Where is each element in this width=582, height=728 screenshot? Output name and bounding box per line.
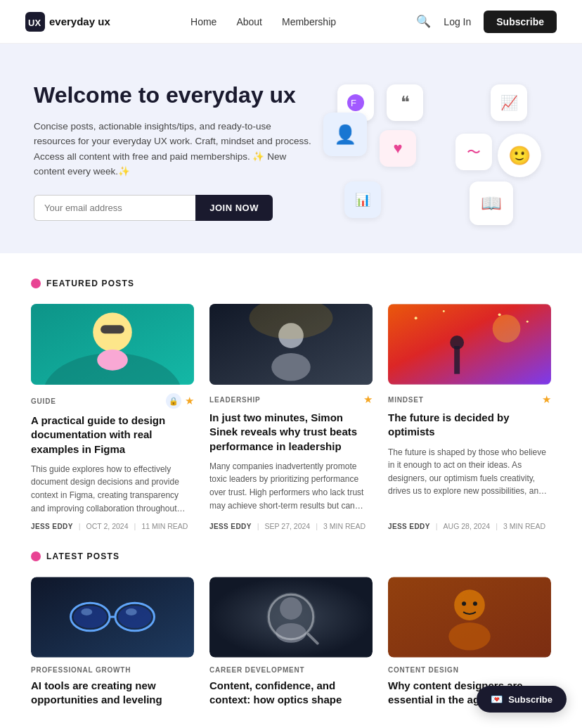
subscribe-float-button[interactable]: 💌 Subscribe bbox=[477, 686, 567, 713]
svg-point-20 bbox=[493, 314, 521, 343]
hero-left: Welcome to everyday ux Concise posts, ac… bbox=[34, 82, 315, 221]
search-button[interactable]: 🔍 bbox=[416, 14, 431, 29]
svg-point-18 bbox=[498, 313, 501, 316]
featured-posts-grid: GUIDE 🔒 ★ A practical guide to design do… bbox=[31, 304, 551, 530]
nav-links: Home About Membership bbox=[190, 16, 336, 27]
tile-book: 📖 bbox=[470, 181, 513, 225]
hero-form: JOIN NOW bbox=[34, 195, 273, 221]
latest-post-0-img-svg bbox=[31, 577, 194, 658]
tile-data: 📊 bbox=[344, 181, 381, 218]
latest-post-0-meta: PROFESSIONAL GROWTH bbox=[31, 666, 194, 674]
featured-post-1-image bbox=[209, 304, 373, 385]
nav-about[interactable]: About bbox=[236, 16, 262, 27]
navbar: UX everyday ux Home About Membership 🔍 L… bbox=[0, 0, 582, 44]
featured-post-0[interactable]: GUIDE 🔒 ★ A practical guide to design do… bbox=[31, 304, 194, 530]
latest-post-2-img-svg bbox=[388, 577, 551, 658]
latest-post-0-image bbox=[31, 577, 194, 658]
latest-post-0[interactable]: PROFESSIONAL GROWTH AI tools are creatin… bbox=[31, 577, 194, 714]
latest-header: LATEST POSTS bbox=[31, 551, 551, 561]
tile-heart: ♥ bbox=[380, 130, 416, 167]
hero-illustration: F ❝ 📈 👤 ♥ 〜 🙂 📊 📖 bbox=[323, 77, 548, 225]
subscribe-float-label: Subscribe bbox=[508, 694, 552, 705]
featured-post-1-author: JESS EDDY bbox=[209, 523, 252, 530]
featured-post-2-excerpt: The future is shaped by those who believ… bbox=[388, 446, 551, 498]
nav-right: 🔍 Log In Subscribe bbox=[416, 11, 557, 33]
svg-point-16 bbox=[415, 317, 418, 319]
featured-post-1-title: In just two minutes, Simon Sinek reveals… bbox=[209, 411, 373, 454]
logo-text: everyday ux bbox=[49, 15, 110, 27]
featured-post-2[interactable]: MINDSET ★ The future is decided by optim… bbox=[388, 304, 551, 530]
svg-point-25 bbox=[73, 606, 107, 628]
tile-quote: ❝ bbox=[387, 84, 423, 121]
featured-post-0-author-line: JESS EDDY | OCT 2, 2024 | 11 MIN READ bbox=[31, 522, 194, 530]
latest-title: LATEST POSTS bbox=[46, 551, 119, 561]
svg-point-17 bbox=[443, 310, 445, 312]
latest-post-1-category: CAREER DEVELOPMENT bbox=[209, 666, 305, 674]
star-badge-1: ★ bbox=[363, 393, 373, 406]
featured-post-1-read: 3 MIN READ bbox=[323, 522, 366, 530]
email-input[interactable] bbox=[34, 195, 195, 221]
featured-post-2-author-line: JESS EDDY | AUG 28, 2024 | 3 MIN READ bbox=[388, 522, 551, 530]
log-in-button[interactable]: Log In bbox=[444, 16, 471, 27]
section-dot-latest bbox=[31, 551, 41, 561]
nav-membership[interactable]: Membership bbox=[282, 16, 336, 27]
featured-post-1-meta: LEADERSHIP ★ bbox=[209, 393, 373, 406]
featured-post-2-read: 3 MIN READ bbox=[503, 522, 545, 530]
featured-post-0-image bbox=[31, 304, 194, 385]
featured-post-0-author: JESS EDDY bbox=[31, 523, 73, 530]
featured-header: FEATURED POSTS bbox=[31, 279, 551, 288]
featured-post-1-author-line: JESS EDDY | SEP 27, 2024 | 3 MIN READ bbox=[209, 522, 373, 530]
featured-post-2-image bbox=[388, 304, 551, 385]
join-now-button[interactable]: JOIN NOW bbox=[195, 195, 273, 221]
latest-post-1-title: Content, confidence, and context: how op… bbox=[209, 679, 373, 708]
latest-posts-grid: PROFESSIONAL GROWTH AI tools are creatin… bbox=[31, 577, 551, 714]
featured-post-1-img-svg bbox=[209, 304, 373, 385]
search-icon: 🔍 bbox=[416, 15, 431, 28]
featured-post-0-badges: 🔒 ★ bbox=[166, 393, 194, 409]
section-dot-featured bbox=[31, 279, 41, 288]
featured-post-1-excerpt: Many companies inadvertently promote tox… bbox=[209, 460, 373, 512]
svg-rect-14 bbox=[454, 346, 460, 374]
latest-post-0-category: PROFESSIONAL GROWTH bbox=[31, 666, 131, 674]
tile-wave: 〜 bbox=[455, 134, 492, 170]
subscribe-button[interactable]: Subscribe bbox=[484, 11, 557, 33]
svg-point-37 bbox=[448, 622, 490, 651]
featured-post-1-date: SEP 27, 2024 bbox=[265, 522, 311, 530]
latest-post-0-title: AI tools are creating new opportunities … bbox=[31, 679, 194, 708]
latest-post-2-image bbox=[388, 577, 551, 658]
latest-post-1-meta: CAREER DEVELOPMENT bbox=[209, 666, 373, 674]
featured-section: FEATURED POSTS bbox=[0, 253, 582, 544]
lock-badge-0: 🔒 bbox=[166, 393, 181, 409]
svg-point-28 bbox=[126, 608, 137, 615]
featured-post-0-category: GUIDE bbox=[31, 397, 56, 405]
nav-home[interactable]: Home bbox=[190, 16, 216, 27]
featured-post-2-category: MINDSET bbox=[388, 396, 424, 404]
lock-icon: 🔒 bbox=[169, 397, 179, 406]
featured-post-0-meta: GUIDE 🔒 ★ bbox=[31, 393, 194, 409]
svg-point-15 bbox=[450, 336, 464, 350]
featured-post-2-meta: MINDSET ★ bbox=[388, 393, 551, 406]
featured-post-2-title: The future is decided by optimists bbox=[388, 411, 551, 440]
svg-point-19 bbox=[526, 321, 529, 323]
latest-post-1-image bbox=[209, 577, 373, 658]
hero-description: Concise posts, actionable insights/tips,… bbox=[34, 119, 315, 179]
featured-post-2-img-svg bbox=[388, 304, 551, 385]
featured-post-0-read: 11 MIN READ bbox=[141, 522, 188, 530]
logo-icon: UX bbox=[25, 12, 45, 32]
featured-post-0-excerpt: This guide explores how to effectively d… bbox=[31, 463, 194, 515]
svg-rect-13 bbox=[388, 304, 551, 384]
logo[interactable]: UX everyday ux bbox=[25, 12, 110, 32]
hero-section: Welcome to everyday ux Concise posts, ac… bbox=[0, 44, 582, 253]
featured-post-2-date: AUG 28, 2024 bbox=[444, 522, 491, 530]
svg-point-38 bbox=[462, 601, 466, 606]
latest-post-2-category: CONTENT DESIGN bbox=[388, 666, 459, 674]
featured-post-0-date: OCT 2, 2024 bbox=[86, 522, 129, 530]
svg-point-27 bbox=[81, 608, 92, 615]
latest-post-1[interactable]: CAREER DEVELOPMENT Content, confidence, … bbox=[209, 577, 373, 714]
hero-title: Welcome to everyday ux bbox=[34, 82, 315, 108]
star-badge-2: ★ bbox=[542, 393, 551, 406]
featured-post-2-author: JESS EDDY bbox=[388, 523, 430, 530]
featured-post-1-badges: ★ bbox=[363, 393, 373, 406]
featured-post-1[interactable]: LEADERSHIP ★ In just two minutes, Simon … bbox=[209, 304, 373, 530]
star-badge-0: ★ bbox=[185, 395, 194, 407]
